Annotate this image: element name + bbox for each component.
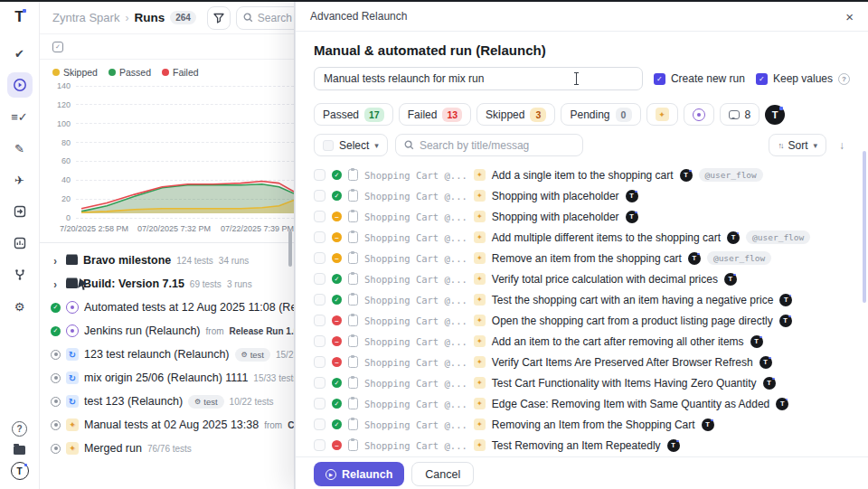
status-filter-chip[interactable]: Failed 13 — [399, 103, 471, 126]
case-checkbox[interactable] — [314, 356, 326, 368]
sort-dropdown[interactable]: ↑↓ Sort ▾ — [769, 134, 826, 156]
run-row[interactable]: mix origin 25/06 (Relaunch) 1111 15/33 t… — [51, 366, 294, 390]
run-row[interactable]: › Build: Version 7.15 69 tests 3 runs — [51, 272, 294, 296]
run-title[interactable]: Automated tests at 12 Aug 2025 11:08 (Re… — [84, 301, 294, 314]
legend-item[interactable]: Passed — [108, 67, 151, 78]
case-row[interactable]: Shopping Cart @... Edge Case: Removing I… — [314, 393, 850, 414]
cancel-button[interactable]: Cancel — [411, 462, 474, 486]
case-row[interactable]: Shopping Cart @... Test the shopping car… — [314, 289, 850, 310]
case-title[interactable]: Shopping with placeholder — [492, 190, 619, 202]
chevron-right-icon[interactable]: › — [51, 277, 60, 290]
reports-icon[interactable] — [7, 230, 33, 256]
projects-icon[interactable] — [14, 446, 25, 455]
case-row[interactable]: Shopping Cart @... Verify Cart Items Are… — [314, 352, 850, 372]
run-title[interactable]: Build: Version 7.15 — [83, 277, 184, 290]
case-checkbox[interactable] — [314, 231, 326, 243]
legend-item[interactable]: Failed — [162, 67, 199, 78]
case-row[interactable]: Shopping Cart @... Shopping with placeho… — [314, 206, 850, 227]
run-tag[interactable]: test — [188, 395, 223, 409]
case-checkbox[interactable] — [314, 211, 326, 222]
case-title[interactable]: Verify Cart Items Are Preserved After Br… — [492, 356, 753, 369]
case-checkbox[interactable] — [314, 398, 326, 409]
run-row[interactable]: test 123 (Relaunch) test 10/22 tests — [51, 390, 294, 413]
case-title[interactable]: Shopping with placeholder — [492, 211, 619, 223]
case-checkbox[interactable] — [314, 169, 326, 181]
case-checkbox[interactable] — [314, 418, 326, 430]
case-checkbox[interactable] — [314, 273, 326, 285]
case-title[interactable]: Add multiple different items to the shop… — [492, 231, 721, 244]
keep-values-checkbox[interactable]: ✓ Keep values ? — [756, 72, 850, 85]
legend-item[interactable]: Skipped — [52, 67, 98, 78]
user-avatar[interactable]: T — [11, 462, 29, 480]
manual-type-chip[interactable] — [646, 103, 678, 126]
left-panel-scrollbar[interactable] — [288, 230, 292, 267]
select-all-icon[interactable]: ✓ — [52, 42, 63, 52]
case-checkbox[interactable] — [314, 315, 326, 326]
app-logo[interactable]: T — [14, 9, 24, 24]
case-checkbox[interactable] — [314, 294, 326, 306]
run-row[interactable]: Jenkins run (Relaunch) from Release Run … — [51, 319, 294, 343]
case-title[interactable]: Test Cart Functionality with Items Havin… — [492, 377, 757, 390]
case-title[interactable]: Add a single item to the shopping cart — [492, 169, 674, 182]
run-title[interactable]: mix origin 25/06 (Relaunch) 1111 — [84, 371, 248, 384]
automated-type-chip[interactable] — [684, 103, 714, 126]
run-title[interactable]: Manual tests at 02 Aug 2025 13:38 — [84, 418, 259, 431]
case-tag[interactable]: @user_flow — [699, 168, 763, 182]
inbox-icon[interactable] — [7, 199, 33, 224]
case-checkbox[interactable] — [314, 252, 326, 264]
defects-icon[interactable]: ≡✓ — [7, 104, 33, 129]
case-title[interactable]: Removing an Item from the Shopping Cart — [492, 418, 695, 431]
case-row[interactable]: Shopping Cart @... Add an item to the ca… — [314, 331, 850, 352]
create-new-run-checkbox[interactable]: ✓ Create new run — [654, 72, 745, 85]
settings-icon[interactable]: ⚙ — [7, 294, 33, 319]
status-filter-chip[interactable]: Pending 0 — [561, 103, 640, 126]
case-row[interactable]: Shopping Cart @... Verify total price ca… — [314, 268, 850, 289]
case-title[interactable]: Verify total price calculation with deci… — [492, 273, 718, 286]
sort-direction-icon[interactable]: ↓ — [834, 139, 850, 152]
case-title[interactable]: Remove an item from the shopping cart — [492, 252, 682, 265]
run-row[interactable]: Automated tests at 12 Aug 2025 11:08 (Re… — [51, 296, 294, 319]
run-row[interactable]: › Bravo milestone 124 tests 34 runs — [51, 249, 294, 272]
breadcrumb-project[interactable]: Zyntra Spark — [52, 11, 119, 24]
runs-search-input[interactable]: Search [C × — [236, 6, 295, 30]
status-filter-chip[interactable]: Passed 17 — [314, 103, 393, 126]
help-icon[interactable]: ? — [12, 421, 27, 437]
compose-icon[interactable]: ✎ — [7, 136, 33, 161]
run-title[interactable]: Bravo milestone — [83, 254, 171, 267]
case-row[interactable]: Shopping Cart @... Add an item to the ca… — [314, 456, 850, 456]
case-title[interactable]: Test the shopping cart with an item havi… — [492, 294, 774, 306]
help-circle-icon[interactable]: ? — [838, 73, 850, 85]
case-checkbox[interactable] — [314, 335, 326, 347]
test-runs-icon[interactable] — [7, 72, 33, 98]
case-row[interactable]: Shopping Cart @... Shopping with placeho… — [314, 185, 850, 206]
case-row[interactable]: Shopping Cart @... Remove an item from t… — [314, 248, 850, 268]
chevron-right-icon[interactable]: › — [51, 254, 60, 267]
case-title[interactable]: Add an item to the cart after removing a… — [492, 335, 744, 348]
case-row[interactable]: Shopping Cart @... Removing an Item from… — [314, 414, 850, 435]
run-row[interactable]: Merged run 76/76 tests — [51, 437, 294, 460]
run-row[interactable]: Manual tests at 02 Aug 2025 13:38 from C… — [51, 413, 294, 437]
run-title[interactable]: 123 test relaunch (Relaunch) — [84, 348, 230, 361]
case-title[interactable]: Open the shopping cart from a product li… — [492, 315, 773, 327]
relaunch-button[interactable]: ▶ Relaunch — [314, 462, 404, 486]
run-name-input[interactable] — [314, 67, 643, 90]
case-row[interactable]: Shopping Cart @... Add multiple differen… — [314, 227, 850, 248]
run-tag[interactable]: test — [235, 348, 270, 362]
status-filter-chip[interactable]: Skipped 3 — [476, 103, 555, 126]
case-checkbox[interactable] — [314, 190, 326, 202]
run-title[interactable]: Merged run — [84, 442, 142, 455]
run-title[interactable]: Jenkins run (Relaunch) — [84, 324, 201, 337]
case-title[interactable]: Edge Case: Removing Item with Same Quant… — [492, 398, 770, 410]
close-icon[interactable]: × — [845, 10, 854, 24]
case-title[interactable]: Test Removing an Item Repeatedly — [492, 439, 661, 452]
run-title[interactable]: test 123 (Relaunch) — [84, 395, 183, 408]
case-search-input[interactable]: Search by title/messag — [395, 134, 583, 156]
case-list-scrollbar[interactable] — [863, 151, 866, 303]
case-checkbox[interactable] — [314, 377, 326, 389]
assignee-avatar[interactable]: T — [765, 105, 785, 125]
case-tag[interactable]: @user_flow — [707, 251, 771, 265]
case-row[interactable]: Shopping Cart @... Open the shopping car… — [314, 310, 850, 331]
case-tag[interactable]: @user_flow — [746, 230, 810, 244]
workflows-icon[interactable] — [7, 262, 33, 287]
launches-icon[interactable]: ✈ — [7, 167, 33, 193]
